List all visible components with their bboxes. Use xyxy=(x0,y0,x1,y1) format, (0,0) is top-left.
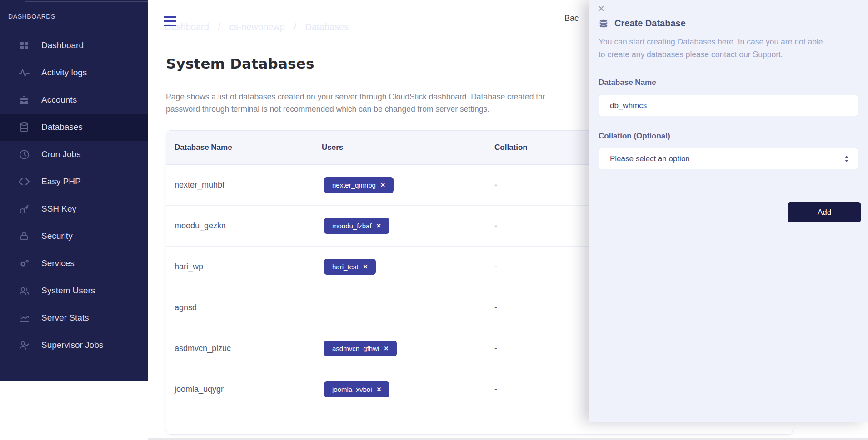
sidebar-item-label: Activity logs xyxy=(41,68,87,78)
collation-cell: - xyxy=(494,344,497,353)
add-button[interactable]: Add xyxy=(788,202,861,222)
database-icon xyxy=(18,121,30,133)
sidebar-item-supervisor-jobs[interactable]: Supervisor Jobs xyxy=(0,331,148,359)
dashboard-grid-icon xyxy=(18,40,30,51)
db-user-chip[interactable]: hari_test ✕ xyxy=(324,259,376,275)
sidebar-top-divider xyxy=(25,1,148,2)
lock-icon xyxy=(18,230,30,242)
chip-remove-icon[interactable]: ✕ xyxy=(363,263,368,270)
sidebar-item-label: Dashboard xyxy=(41,40,84,50)
briefcase-icon xyxy=(18,94,30,106)
sidebar-item-databases[interactable]: Databases xyxy=(0,114,148,141)
chip-remove-icon[interactable]: ✕ xyxy=(377,386,382,393)
sidebar-item-cron-jobs[interactable]: Cron Jobs xyxy=(0,141,148,168)
db-user-chip-label: hari_test xyxy=(332,263,359,271)
collation-cell: - xyxy=(494,221,497,231)
close-icon[interactable]: × xyxy=(598,3,605,15)
collation-label: Collation (Optional) xyxy=(599,132,670,141)
sidebar-item-ssh-key[interactable]: SSH Key xyxy=(0,195,148,222)
db-user-chip[interactable]: asdmvcn_gfhwi ✕ xyxy=(324,341,397,356)
breadcrumb-separator: / xyxy=(218,22,220,32)
chip-remove-icon[interactable]: ✕ xyxy=(380,182,385,188)
database-name-cell: joomla_uqygr xyxy=(175,385,322,394)
select-updown-icon xyxy=(843,155,850,163)
users-cell: asdmvcn_gfhwi ✕ xyxy=(322,341,494,356)
person-check-icon xyxy=(18,339,30,351)
users-cell: joomla_xvboi ✕ xyxy=(322,381,494,397)
sidebar-item-services[interactable]: Services xyxy=(0,250,148,277)
sidebar-item-server-stats[interactable]: Server Stats xyxy=(0,304,148,331)
panel-description: You can start creating Databases here. I… xyxy=(599,35,823,61)
panel-description-line2: to create any databases please contact o… xyxy=(599,48,823,61)
db-user-chip[interactable]: nexter_qmnbg ✕ xyxy=(324,177,394,193)
gears-icon xyxy=(18,257,30,269)
database-name-input[interactable] xyxy=(599,95,858,116)
collation-cell: - xyxy=(494,385,497,394)
database-name-cell: nexter_muhbf xyxy=(175,180,322,190)
collation-cell: - xyxy=(494,262,497,272)
breadcrumb-separator: / xyxy=(294,22,296,32)
sidebar-item-label: Easy PHP xyxy=(41,177,81,187)
sidebar-item-dashboard[interactable]: Dashboard xyxy=(0,32,148,59)
breadcrumb-item-databases: Databases xyxy=(305,22,349,32)
sidebar-item-label: Services xyxy=(41,258,75,268)
chip-remove-icon[interactable]: ✕ xyxy=(376,222,381,229)
page-title: System Databases xyxy=(166,55,314,72)
sidebar-item-label: System Users xyxy=(41,286,95,296)
database-name-cell: moodu_gezkn xyxy=(175,221,322,231)
sidebar-item-label: SSH Key xyxy=(41,204,76,214)
sidebar-item-label: Server Stats xyxy=(41,313,89,323)
collation-select[interactable]: Please select an option xyxy=(599,148,858,169)
topbar-backup-button-partial[interactable]: Bac xyxy=(564,14,579,23)
column-header-collation: Collation xyxy=(494,143,528,152)
page-description-line1: Page shows a list of databases created o… xyxy=(166,91,545,103)
users-icon xyxy=(18,285,30,297)
sidebar-section-label: DASHBOARDS xyxy=(8,13,55,20)
users-cell: moodu_fzbaf ✕ xyxy=(322,218,494,234)
sidebar-item-security[interactable]: Security xyxy=(0,222,148,250)
panel-title-row: Create Database xyxy=(599,18,686,29)
sidebar-item-label: Databases xyxy=(41,122,83,132)
code-brackets-icon xyxy=(18,176,30,188)
collation-cell: - xyxy=(494,303,497,312)
page-bottom-strip xyxy=(148,438,868,440)
stats-chart-icon xyxy=(18,312,30,324)
db-user-chip-label: joomla_xvboi xyxy=(332,386,372,393)
sidebar-nav: Dashboard Activity logs Accounts Databas… xyxy=(0,32,148,359)
breadcrumb: Dashboard / cs-newonewp / Databases xyxy=(165,22,355,32)
column-header-database-name: Database Name xyxy=(175,143,322,152)
collation-cell: - xyxy=(494,180,497,190)
panel-title: Create Database xyxy=(614,18,686,29)
users-cell: nexter_qmnbg ✕ xyxy=(322,177,494,193)
database-name-cell: hari_wp xyxy=(175,262,322,272)
clock-icon xyxy=(18,148,30,160)
sidebar: DASHBOARDS Dashboard Activity logs Accou… xyxy=(0,0,148,381)
sidebar-item-label: Accounts xyxy=(41,95,77,105)
sidebar-item-label: Supervisor Jobs xyxy=(41,340,103,350)
database-name-label: Database Name xyxy=(599,78,656,87)
breadcrumb-item-server[interactable]: cs-newonewp xyxy=(229,22,285,32)
sidebar-item-easy-php[interactable]: Easy PHP xyxy=(0,168,148,195)
activity-pulse-icon xyxy=(18,67,30,79)
collation-selected-value: Please select an option xyxy=(610,154,843,163)
column-header-users: Users xyxy=(322,143,494,152)
panel-description-line1: You can start creating Databases here. I… xyxy=(599,35,823,48)
database-icon xyxy=(599,19,609,29)
create-database-panel: × Create Database You can start creating… xyxy=(589,0,868,422)
sidebar-item-activity-logs[interactable]: Activity logs xyxy=(0,59,148,86)
page-description: Page shows a list of databases created o… xyxy=(166,91,545,115)
db-user-chip-label: nexter_qmnbg xyxy=(332,181,376,189)
db-user-chip[interactable]: moodu_fzbaf ✕ xyxy=(324,218,389,234)
database-name-cell: asdmvcn_pizuc xyxy=(175,344,322,353)
chip-remove-icon[interactable]: ✕ xyxy=(384,345,389,352)
db-user-chip-label: moodu_fzbaf xyxy=(332,222,372,230)
page-description-line2: password through terminal is not recomme… xyxy=(166,103,545,115)
key-icon xyxy=(18,203,30,215)
database-name-cell: agnsd xyxy=(175,303,322,312)
sidebar-item-accounts[interactable]: Accounts xyxy=(0,86,148,114)
sidebar-item-label: Security xyxy=(41,231,73,241)
users-cell: hari_test ✕ xyxy=(322,259,494,275)
sidebar-item-system-users[interactable]: System Users xyxy=(0,277,148,304)
hamburger-menu-icon[interactable] xyxy=(164,16,176,29)
db-user-chip[interactable]: joomla_xvboi ✕ xyxy=(324,381,389,397)
